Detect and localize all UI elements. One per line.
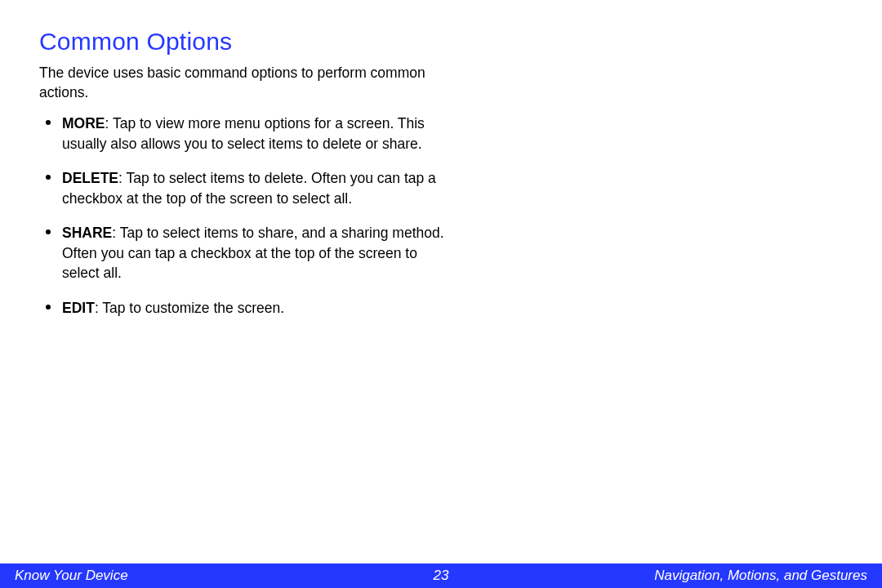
options-list: MORE: Tap to view more menu options for … (39, 114, 456, 318)
list-item: DELETE: Tap to select items to delete. O… (39, 168, 456, 208)
option-desc: : Tap to select items to share, and a sh… (62, 225, 444, 281)
page-footer: Know Your Device 23 Navigation, Motions,… (0, 564, 882, 588)
option-desc: : Tap to select items to delete. Often y… (62, 170, 436, 207)
page-heading: Common Options (39, 28, 843, 56)
footer-right: Navigation, Motions, and Gestures (654, 568, 867, 584)
option-term: EDIT (62, 300, 95, 316)
option-term: DELETE (62, 170, 118, 186)
footer-page-number: 23 (434, 568, 449, 584)
option-term: MORE (62, 115, 105, 131)
list-item: MORE: Tap to view more menu options for … (39, 114, 456, 154)
intro-paragraph: The device uses basic command options to… (39, 64, 439, 102)
option-desc: : Tap to view more menu options for a sc… (62, 115, 425, 152)
list-item: SHARE: Tap to select items to share, and… (39, 223, 456, 283)
list-item: EDIT: Tap to customize the screen. (39, 298, 456, 318)
footer-left: Know Your Device (15, 568, 128, 584)
option-term: SHARE (62, 225, 112, 241)
page-content: Common Options The device uses basic com… (0, 0, 882, 318)
option-desc: : Tap to customize the screen. (95, 300, 284, 316)
